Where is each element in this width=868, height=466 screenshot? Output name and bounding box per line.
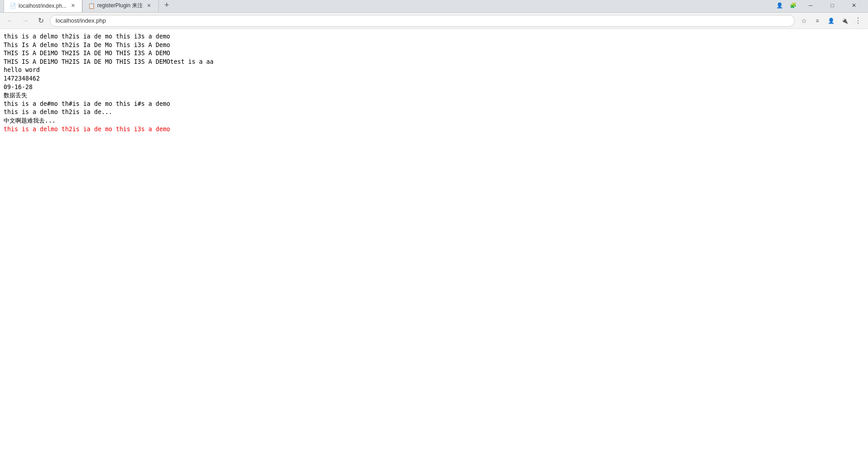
tab-localhost[interactable]: 📄 localhost/index.ph... ✕ <box>4 0 82 12</box>
reload-button[interactable]: ↻ <box>34 14 47 27</box>
address-bar: ← → ↻ localhost/index.php ☆ ≡ 👤 🔌 ⋮ <box>0 13 868 29</box>
close-button[interactable]: ✕ <box>844 0 864 11</box>
content-line-12: this is a delmo th2is ia de mo this i3s … <box>4 125 864 134</box>
window-controls: 👤 🧩 ─ □ ✕ <box>773 0 864 14</box>
extension-icon[interactable]: 🧩 <box>787 0 799 12</box>
profile-icon[interactable]: 👤 <box>773 0 786 12</box>
new-tab-button[interactable]: + <box>160 0 173 11</box>
tab1-close-button[interactable]: ✕ <box>69 2 76 10</box>
address-bar-actions: ☆ ≡ 👤 🔌 ⋮ <box>797 14 864 27</box>
forward-button[interactable]: → <box>19 14 32 27</box>
content-line-9: this is a de#mo th#is ia de mo this i#s … <box>4 100 864 109</box>
extensions-icon[interactable]: 🔌 <box>838 14 851 27</box>
content-line-8: 数据丢失 <box>4 91 864 100</box>
tab-registerplugin[interactable]: 📋 registerPlugin 来注 ✕ <box>82 0 159 12</box>
reader-mode-icon[interactable]: ≡ <box>811 14 824 27</box>
content-line-3: THIS IS A DE1MO TH2IS IA DE MO THIS I3S … <box>4 49 864 58</box>
title-bar: 📄 localhost/index.ph... ✕ 📋 registerPlug… <box>0 0 868 13</box>
tab2-label: registerPlugin 来注 <box>97 2 143 10</box>
content-line-5: hello word <box>4 66 864 75</box>
profile-menu-icon[interactable]: 👤 <box>825 14 837 27</box>
maximize-button[interactable]: □ <box>822 0 843 11</box>
bookmark-icon[interactable]: ☆ <box>797 14 810 27</box>
page-content: this is a delmo th2is ia de mo this i3s … <box>0 29 868 466</box>
content-line-6: 1472348462 <box>4 75 864 83</box>
tab2-close-button[interactable]: ✕ <box>146 2 153 10</box>
minimize-button[interactable]: ─ <box>800 0 821 11</box>
content-line-10: this is a delmo th2is ia de... <box>4 108 864 117</box>
tab1-label: localhost/index.ph... <box>19 3 66 9</box>
back-button[interactable]: ← <box>4 14 16 27</box>
content-line-11: 中文啊题难我去... <box>4 117 864 125</box>
menu-icon[interactable]: ⋮ <box>852 14 864 27</box>
tab2-favicon: 📋 <box>88 3 94 9</box>
url-text: localhost/index.php <box>56 17 106 24</box>
content-line-7: 09-16-28 <box>4 83 864 92</box>
content-line-4: THIS IS A DE1MO TH2IS IA DE MO THIS I3S … <box>4 58 864 67</box>
browser-window: 📄 localhost/index.ph... ✕ 📋 registerPlug… <box>0 0 868 466</box>
content-line-2: This Is A delmo th2is Ia De Mo This i3s … <box>4 41 864 50</box>
url-input[interactable]: localhost/index.php <box>50 15 795 27</box>
content-line-1: this is a delmo th2is ia de mo this i3s … <box>4 33 864 41</box>
tab1-favicon: 📄 <box>9 3 16 9</box>
